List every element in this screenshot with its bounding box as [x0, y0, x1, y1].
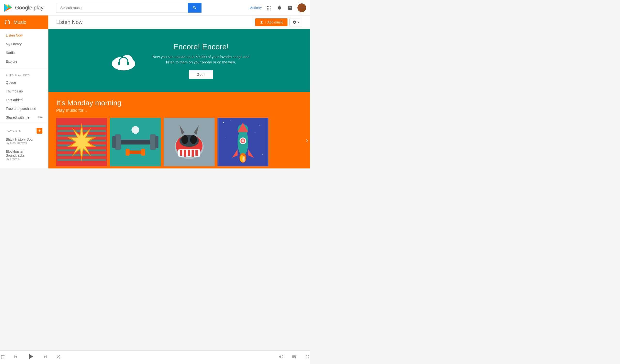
svg-point-6	[121, 55, 133, 67]
logo-area: Google play	[4, 3, 52, 12]
shared-badge: 99+	[38, 116, 42, 119]
card-beast-mode[interactable]: Entering Beast Mode	[164, 118, 215, 168]
notifications-icon[interactable]	[276, 4, 283, 11]
search-input[interactable]	[56, 3, 188, 13]
svg-point-51	[262, 154, 263, 155]
promo-banner: Encore! Encore! Now you can upload up to…	[48, 29, 310, 92]
avatar-image	[297, 3, 306, 12]
sidebar-item-black-history[interactable]: Black History Soul By Mosi Reeves	[0, 135, 48, 147]
promo-title: Encore! Encore!	[153, 42, 249, 51]
card-brand-new-music[interactable]: Brand New Music	[56, 118, 107, 168]
sidebar-item-thumbs-up[interactable]: Thumbs up	[0, 87, 48, 96]
gear-icon	[293, 20, 296, 24]
search-area	[56, 3, 202, 13]
nav-right: +Andrew	[248, 3, 306, 12]
sidebar-item-free-purchased[interactable]: Free and purchased	[0, 104, 48, 113]
page-title: Listen Now	[56, 19, 83, 25]
svg-rect-41	[192, 150, 194, 157]
sidebar-item-shared-with-me[interactable]: Shared with me 99+	[0, 113, 48, 122]
top-nav: Google play +Andrew	[0, 0, 310, 15]
cloud-headphones-icon	[109, 50, 138, 71]
google-play-logo-icon	[4, 3, 13, 12]
sidebar-music-label: Music	[14, 20, 26, 25]
main-layout: Music Listen Now My Library Radio Explor…	[0, 15, 310, 168]
svg-rect-27	[128, 151, 143, 154]
got-it-button[interactable]: Got it	[189, 70, 213, 79]
sidebar-header: Music	[0, 15, 48, 29]
header-actions: ↑ Add music ▾	[255, 18, 302, 26]
svg-point-47	[231, 120, 231, 121]
svg-rect-29	[141, 149, 145, 156]
promo-text: Encore! Encore! Now you can upload up to…	[153, 42, 249, 79]
svg-rect-22	[116, 140, 155, 144]
sidebar-item-my-library[interactable]: My Library	[0, 40, 48, 48]
svg-point-49	[255, 132, 256, 133]
beast-mode-art-icon	[165, 118, 213, 166]
sidebar-item-radio[interactable]: Radio	[0, 48, 48, 57]
user-label[interactable]: +Andrew	[248, 6, 262, 10]
svg-point-46	[223, 122, 224, 123]
boosting-energy-art-icon	[219, 118, 267, 166]
search-icon	[193, 6, 197, 10]
add-music-label: ↑ Add music	[265, 20, 283, 24]
playlists-label: PLAYLISTS	[6, 129, 37, 132]
working-out-art-icon	[111, 118, 160, 166]
sidebar-item-listen-now[interactable]: Listen Now	[0, 31, 48, 40]
svg-point-50	[226, 137, 226, 138]
svg-point-62	[242, 156, 245, 162]
promo-description: Now you can upload up to 50,000 of your …	[153, 54, 249, 65]
apps-grid-icon[interactable]	[265, 4, 272, 11]
svg-point-57	[241, 139, 244, 142]
svg-rect-24	[112, 136, 116, 148]
svg-rect-40	[188, 150, 190, 156]
monday-section: It's Monday morning Play music for...	[48, 92, 310, 168]
auto-playlists-label: AUTO PLAYLISTS	[0, 70, 48, 78]
queue-label: Queue	[6, 81, 16, 84]
card-working-out-label: Working Out	[110, 168, 161, 168]
svg-rect-42	[195, 150, 198, 156]
monday-subtitle: Play music for...	[56, 108, 302, 113]
sidebar-item-blockbuster[interactable]: Blockbuster Soundtracks By Laura C	[0, 147, 48, 163]
card-boosting-energy-label: Boosting Your Energy	[217, 168, 268, 168]
sidebar: Music Listen Now My Library Radio Explor…	[0, 15, 48, 168]
next-arrow-button[interactable]: ›	[306, 136, 308, 144]
free-purchased-label: Free and purchased	[6, 107, 36, 111]
card-brand-new-music-label: Brand New Music	[56, 168, 107, 168]
add-music-button[interactable]: ↑ Add music	[255, 18, 287, 26]
thumbs-up-label: Thumbs up	[6, 89, 23, 93]
settings-button[interactable]: ▾	[289, 18, 302, 26]
card-boosting-energy[interactable]: Boosting Your Energy	[217, 118, 268, 168]
svg-rect-7	[118, 62, 120, 65]
card-beast-mode-label: Entering Beast Mode	[164, 168, 215, 168]
blockbuster-sub: By Laura C	[6, 157, 20, 161]
brand-new-music-art-icon	[57, 118, 106, 166]
content-area: Listen Now ↑ Add music ▾	[48, 15, 310, 168]
upload-icon	[260, 20, 264, 24]
logo-text: Google play	[15, 5, 43, 11]
last-added-label: Last added	[6, 98, 23, 102]
shared-with-me-label: Shared with me	[6, 115, 29, 119]
add-playlist-button[interactable]: +	[37, 128, 42, 134]
svg-rect-28	[126, 149, 130, 156]
card-working-out[interactable]: Working Out	[110, 118, 161, 168]
black-history-sub: By Mosi Reeves	[6, 141, 27, 145]
sidebar-item-queue[interactable]: Queue	[0, 78, 48, 87]
svg-point-48	[259, 125, 260, 126]
svg-rect-38	[180, 150, 182, 156]
nav-items: Listen Now My Library Radio Explore	[0, 29, 48, 68]
add-box-icon[interactable]	[287, 4, 294, 11]
headphones-icon	[4, 19, 11, 26]
svg-point-35	[181, 135, 188, 144]
svg-rect-39	[184, 150, 186, 157]
content-header: Listen Now ↑ Add music ▾	[48, 15, 310, 29]
black-history-label: Black History Soul	[6, 137, 33, 141]
blockbuster-label: Blockbuster Soundtracks	[6, 150, 42, 157]
search-button[interactable]	[188, 3, 202, 13]
svg-marker-3	[8, 4, 12, 8]
svg-point-36	[190, 135, 197, 144]
music-cards-row: Brand New Music	[56, 118, 302, 168]
avatar[interactable]	[297, 3, 306, 12]
sidebar-item-last-added[interactable]: Last added	[0, 96, 48, 104]
svg-rect-8	[127, 62, 129, 65]
sidebar-item-explore[interactable]: Explore	[0, 57, 48, 66]
